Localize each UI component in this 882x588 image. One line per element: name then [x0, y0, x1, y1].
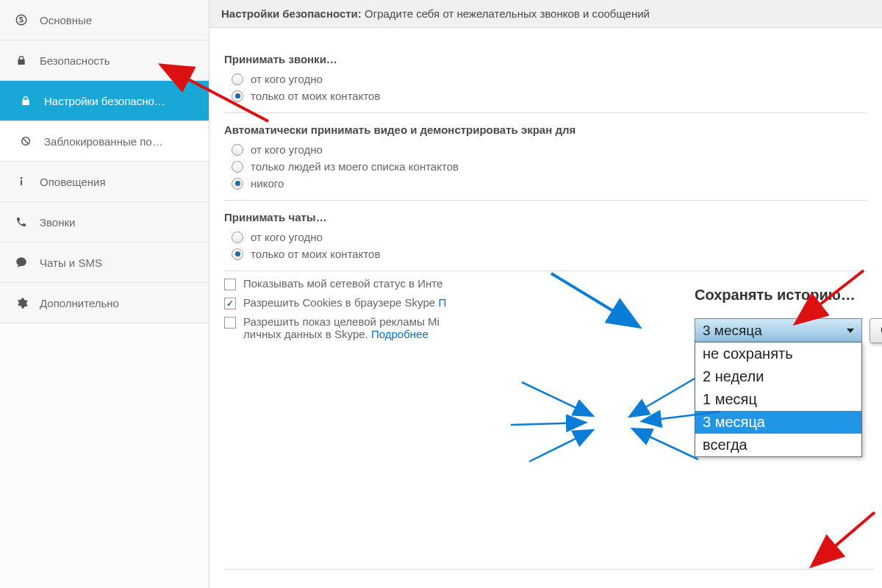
radio-chats-anyone[interactable]: от кого угодно — [232, 231, 867, 243]
header-title: Настройки безопасности: — [221, 7, 362, 20]
history-block: Сохранять историю… 3 месяца Очистить ист… — [695, 287, 882, 343]
header-bar: Настройки безопасности: Оградите себя от… — [209, 0, 882, 28]
sidebar: Основные Безопасность Настройки безопасн… — [0, 0, 209, 588]
check-label: Разрешить Cookies в браузере Skype П — [243, 296, 446, 309]
history-title: Сохранять историю… — [695, 287, 882, 304]
radio-label: от кого угодно — [251, 73, 323, 85]
checkbox-icon — [224, 317, 236, 329]
sidebar-item-security[interactable]: Безопасность — [0, 40, 209, 81]
skype-icon — [13, 13, 29, 26]
sidebar-item-security-settings[interactable]: Настройки безопасно… — [0, 81, 209, 121]
divider — [224, 112, 867, 113]
radio-icon — [232, 74, 243, 85]
dropdown-item[interactable]: 2 недели — [695, 365, 861, 388]
radio-icon — [232, 248, 243, 260]
radio-icon — [232, 178, 243, 190]
sidebar-label: Настройки безопасно… — [44, 95, 165, 107]
combo-value: 3 месяца — [703, 323, 762, 339]
radio-video-anyone[interactable]: от кого угодно — [232, 143, 867, 156]
gear-icon — [13, 297, 29, 309]
sidebar-item-chats-sms[interactable]: Чаты и SMS — [0, 243, 209, 283]
radio-icon — [232, 232, 243, 243]
radio-label: только людей из моего списка контактов — [251, 160, 459, 173]
chevron-down-icon — [847, 329, 854, 333]
radio-calls-contacts[interactable]: только от моих контактов — [232, 90, 867, 102]
section-chats-label: Принимать чаты… — [224, 211, 867, 223]
checkbox-icon — [224, 298, 236, 309]
sidebar-item-notifications[interactable]: Оповещения — [0, 162, 209, 202]
info-icon — [13, 176, 29, 187]
sidebar-label: Звонки — [40, 216, 75, 229]
radio-chats-contacts[interactable]: только от моих контактов — [232, 248, 867, 260]
history-combo[interactable]: 3 месяца — [695, 318, 862, 343]
divider — [224, 200, 867, 201]
sidebar-label: Заблокированные по… — [44, 135, 163, 148]
radio-video-nobody[interactable]: никого — [232, 177, 867, 190]
checkbox-icon — [224, 279, 236, 290]
svg-line-2 — [23, 138, 28, 143]
sidebar-label: Дополнительно — [40, 297, 119, 309]
radio-label: только от моих контактов — [251, 248, 380, 260]
svg-point-3 — [21, 177, 23, 179]
section-calls-label: Принимать звонки… — [224, 53, 867, 65]
ads-more-link[interactable]: Подробнее — [371, 328, 429, 340]
block-icon — [18, 135, 34, 147]
sidebar-label: Основные — [40, 14, 92, 26]
clear-history-button[interactable]: Очистить историю — [870, 318, 882, 343]
radio-icon — [232, 90, 243, 102]
cookies-link[interactable]: П — [438, 296, 446, 309]
radio-label: никого — [251, 177, 284, 190]
divider — [224, 569, 875, 570]
phone-icon — [13, 216, 29, 228]
radio-icon — [232, 144, 243, 156]
radio-video-contacts[interactable]: только людей из моего списка контактов — [232, 160, 867, 173]
sidebar-item-blocked[interactable]: Заблокированные по… — [0, 121, 209, 162]
check-label: Разрешить показ целевой рекламы Mi личны… — [243, 315, 440, 340]
sidebar-item-advanced[interactable]: Дополнительно — [0, 283, 209, 323]
dropdown-item[interactable]: 1 месяц — [695, 388, 861, 411]
chat-icon — [13, 256, 29, 269]
radio-label: только от моих контактов — [251, 90, 380, 102]
divider — [224, 270, 867, 271]
radio-label: от кого угодно — [251, 231, 323, 243]
history-dropdown[interactable]: не сохранять 2 недели 1 месяц 3 месяца в… — [695, 342, 862, 457]
sidebar-label: Безопасность — [40, 54, 110, 67]
svg-rect-4 — [21, 180, 22, 185]
header-subtitle: Оградите себя от нежелательных звонков и… — [365, 7, 650, 20]
sidebar-item-general[interactable]: Основные — [0, 0, 209, 40]
radio-icon — [232, 161, 243, 173]
dropdown-item-selected[interactable]: 3 месяца — [695, 411, 861, 434]
radio-calls-anyone[interactable]: от кого угодно — [232, 73, 867, 85]
main-panel: Настройки безопасности: Оградите себя от… — [209, 0, 882, 588]
dropdown-item[interactable]: всегда — [695, 434, 861, 456]
check-label: Показывать мой сетевой статус в Инте — [243, 277, 442, 290]
sidebar-label: Оповещения — [40, 176, 106, 188]
lock-icon — [13, 54, 29, 66]
radio-label: от кого угодно — [251, 143, 323, 156]
lock-icon — [18, 95, 34, 107]
section-video-label: Автоматически принимать видео и демонстр… — [224, 123, 867, 136]
sidebar-item-calls[interactable]: Звонки — [0, 202, 209, 243]
sidebar-label: Чаты и SMS — [40, 257, 102, 269]
dropdown-item[interactable]: не сохранять — [695, 343, 861, 365]
